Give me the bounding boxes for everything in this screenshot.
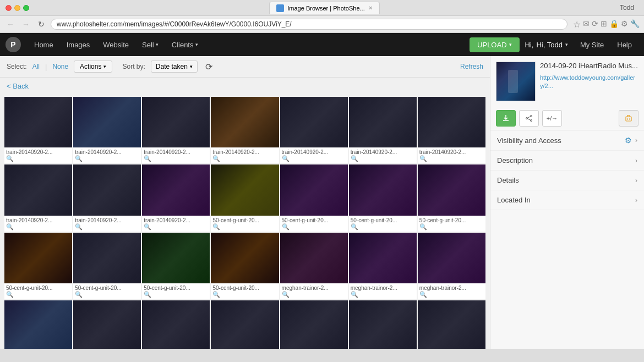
image-item[interactable]: 50-cent-g-unit-20...🔍: [349, 164, 417, 231]
sync-icon[interactable]: ⟳: [205, 62, 212, 72]
image-item[interactable]: train-20140920-2...🔍: [142, 97, 210, 163]
nav-sell[interactable]: Sell ▾: [135, 33, 165, 56]
image-item[interactable]: 🔍: [349, 300, 417, 349]
minimize-dot[interactable]: [14, 5, 20, 11]
maximize-dot[interactable]: [23, 5, 29, 11]
share-button[interactable]: [519, 110, 539, 127]
chevron-right-icon: ›: [635, 177, 637, 184]
image-item[interactable]: meghan-trainor-2...🔍: [280, 233, 348, 299]
select-none-link[interactable]: None: [52, 63, 68, 70]
nav-website[interactable]: Website: [96, 33, 135, 56]
image-search-icon[interactable]: 🔍: [351, 291, 415, 298]
mail-icon[interactable]: ✉: [583, 19, 590, 30]
image-item[interactable]: 🔍: [142, 300, 210, 349]
refresh-button[interactable]: Refresh: [460, 63, 483, 70]
browser-titlebar: Image Browser | PhotoShe... ✕ Todd: [0, 0, 644, 15]
nav-home[interactable]: Home: [28, 33, 60, 56]
image-search-icon[interactable]: 🔍: [212, 155, 277, 162]
apps-icon[interactable]: ⊞: [601, 19, 607, 30]
image-search-icon[interactable]: 🔍: [419, 223, 484, 231]
image-item[interactable]: train-20140920-2...🔍: [142, 164, 210, 231]
nav-images[interactable]: Images: [60, 33, 97, 56]
image-item[interactable]: train-20140920-2...🔍: [4, 97, 72, 163]
image-item[interactable]: train-20140920-2...🔍: [349, 97, 417, 163]
image-thumbnail: [73, 164, 141, 215]
image-thumbnail: [349, 300, 417, 349]
nav-help[interactable]: Help: [610, 33, 638, 56]
image-search-icon[interactable]: 🔍: [75, 155, 139, 162]
image-item[interactable]: train-20140920-2...🔍: [73, 164, 141, 231]
image-search-icon[interactable]: 🔍: [75, 223, 139, 231]
image-search-icon[interactable]: 🔍: [144, 291, 208, 298]
refresh-ext-icon[interactable]: ⟳: [592, 19, 598, 30]
settings-icon[interactable]: ⚙: [621, 19, 628, 30]
nav-clients[interactable]: Clients ▾: [165, 33, 205, 56]
image-search-icon[interactable]: 🔍: [6, 291, 70, 298]
image-search-icon[interactable]: 🔍: [351, 223, 415, 231]
image-item[interactable]: train-20140920-2...🔍: [211, 97, 279, 163]
close-dot[interactable]: [6, 5, 12, 11]
download-button[interactable]: [496, 110, 516, 127]
tab-close-icon[interactable]: ✕: [368, 5, 373, 11]
bookmark-icon[interactable]: ☆: [573, 19, 581, 30]
image-item[interactable]: 🔍: [4, 300, 72, 349]
image-search-icon[interactable]: 🔍: [419, 291, 484, 298]
forward-button[interactable]: →: [20, 18, 32, 30]
image-search-icon[interactable]: 🔍: [6, 223, 70, 231]
reload-button[interactable]: ↻: [35, 18, 47, 30]
image-item[interactable]: 50-cent-g-unit-20...🔍: [280, 164, 348, 231]
image-item[interactable]: 🔍: [418, 300, 485, 349]
image-item[interactable]: 🔍: [73, 300, 141, 349]
image-item[interactable]: 🔍: [280, 300, 348, 349]
sort-label: Sort by:: [122, 63, 145, 70]
info-row-located-in[interactable]: Located In›: [490, 190, 644, 210]
add-to-gallery-button[interactable]: +/→: [542, 110, 562, 127]
address-bar[interactable]: www.photoshelter.com/mem/images/#/C0000r…: [51, 19, 567, 30]
image-search-icon[interactable]: 🔍: [212, 291, 277, 298]
image-item[interactable]: 50-cent-g-unit-20...🔍: [211, 164, 279, 231]
image-item[interactable]: meghan-trainor-2...🔍: [349, 233, 417, 299]
preview-thumbnail[interactable]: [496, 62, 536, 101]
image-item[interactable]: meghan-trainor-2...🔍: [418, 233, 485, 299]
image-thumbnail: [211, 300, 279, 349]
nav-my-site[interactable]: My Site: [574, 33, 610, 56]
image-item[interactable]: train-20140920-2...🔍: [4, 164, 72, 231]
image-search-icon[interactable]: 🔍: [282, 291, 346, 298]
image-search-icon[interactable]: 🔍: [212, 223, 277, 231]
image-name: 50-cent-g-unit-20...: [144, 285, 208, 291]
image-item[interactable]: train-20140920-2...🔍: [418, 97, 485, 163]
extensions-icon[interactable]: 🔧: [630, 19, 640, 30]
image-item[interactable]: 50-cent-g-unit-20...🔍: [211, 233, 279, 299]
info-row-visibility-and-access[interactable]: Visibility and Access⚙›: [490, 130, 644, 151]
sort-select[interactable]: Date taken ▾: [151, 61, 198, 73]
image-search-icon[interactable]: 🔍: [419, 155, 484, 162]
hi-todd-button[interactable]: Hi, Hi, Todd ▾: [520, 33, 574, 56]
actions-button[interactable]: Actions ▾: [74, 61, 112, 73]
info-row-description[interactable]: Description›: [490, 151, 644, 171]
image-search-icon[interactable]: 🔍: [75, 291, 139, 298]
image-item[interactable]: 50-cent-g-unit-20...🔍: [418, 164, 485, 231]
image-item[interactable]: train-20140920-2...🔍: [280, 97, 348, 163]
browser-tab[interactable]: Image Browser | PhotoShe... ✕: [269, 2, 379, 14]
image-item[interactable]: 50-cent-g-unit-20...🔍: [142, 233, 210, 299]
gear-icon[interactable]: ⚙: [625, 136, 632, 145]
info-row-details[interactable]: Details›: [490, 171, 644, 190]
image-item[interactable]: 50-cent-g-unit-20...🔍: [73, 233, 141, 299]
back-button[interactable]: ←: [4, 18, 17, 30]
select-all-link[interactable]: All: [32, 63, 40, 70]
image-search-icon[interactable]: 🔍: [144, 223, 208, 231]
image-item[interactable]: train-20140920-2...🔍: [73, 97, 141, 163]
image-search-icon[interactable]: 🔍: [282, 223, 346, 231]
lock-icon[interactable]: 🔒: [609, 19, 619, 30]
image-item[interactable]: 50-cent-g-unit-20...🔍: [4, 233, 72, 299]
image-item[interactable]: 🔍: [211, 300, 279, 349]
back-link[interactable]: < Back: [7, 82, 29, 90]
preview-link[interactable]: http://www.toddowyoung.com/gallery/2...: [540, 74, 635, 89]
delete-button[interactable]: [619, 110, 638, 127]
image-search-icon[interactable]: 🔍: [144, 155, 208, 162]
image-thumbnail: [418, 164, 485, 215]
image-search-icon[interactable]: 🔍: [282, 155, 346, 162]
image-search-icon[interactable]: 🔍: [6, 155, 70, 162]
upload-button[interactable]: UPLOAD ▾: [470, 37, 519, 52]
image-search-icon[interactable]: 🔍: [351, 155, 415, 162]
